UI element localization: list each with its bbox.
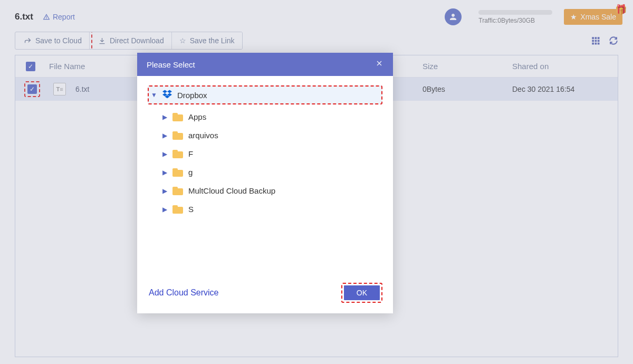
chevron-right-icon: ▶ xyxy=(162,132,167,139)
direct-download-button[interactable]: Direct Download xyxy=(91,32,172,49)
save-to-cloud-label: Save to Cloud xyxy=(35,36,82,45)
svg-rect-8 xyxy=(598,43,600,45)
chevron-right-icon: ▶ xyxy=(162,150,167,158)
refresh-icon[interactable] xyxy=(609,36,618,45)
save-link-label: Save the Link xyxy=(190,36,235,45)
close-icon[interactable] xyxy=(375,59,383,70)
row-size: 0Bytes xyxy=(423,85,512,93)
person-icon xyxy=(448,12,458,22)
folder-icon xyxy=(172,187,183,195)
tree-item-label: MultCloud Cloud Backup xyxy=(188,186,275,195)
page-title: 6.txt xyxy=(15,12,33,22)
tree-children: ▶ Apps ▶ arquivos ▶ F ▶ g ▶ xyxy=(158,108,387,218)
share-arrow-icon xyxy=(24,37,32,45)
tree-item-label: arquivos xyxy=(188,131,218,140)
chevron-right-icon: ▶ xyxy=(162,113,167,121)
modal-footer: Add Cloud Service OK xyxy=(137,276,393,313)
text-file-icon: T≡ xyxy=(53,83,66,95)
modal-body: ▼ Dropbox ▶ Apps ▶ arquivos ▶ F xyxy=(137,76,393,276)
select-all-checkbox[interactable]: ✓ xyxy=(26,62,35,71)
row-shared-on: Dec 30 2021 16:54 xyxy=(512,85,607,93)
traffic-text: Traffic:0Bytes/30GB xyxy=(478,17,552,24)
chevron-down-icon: ▼ xyxy=(151,91,157,99)
report-label: Report xyxy=(53,13,75,21)
traffic-progress-bar xyxy=(478,10,552,15)
row-filename: 6.txt xyxy=(75,85,89,93)
warning-icon xyxy=(43,13,50,21)
chevron-right-icon: ▶ xyxy=(162,206,167,213)
svg-rect-0 xyxy=(592,37,594,39)
add-cloud-service-link[interactable]: Add Cloud Service xyxy=(149,288,219,298)
direct-download-label: Direct Download xyxy=(110,36,164,45)
save-link-button[interactable]: ☆ Save the Link xyxy=(172,32,242,49)
tree-item-label: Apps xyxy=(188,112,206,121)
save-to-cloud-button[interactable]: Save to Cloud xyxy=(16,32,90,49)
avatar[interactable] xyxy=(445,8,462,25)
svg-rect-2 xyxy=(598,37,600,39)
ok-button[interactable]: OK xyxy=(344,285,380,300)
tree-item[interactable]: ▶ Apps xyxy=(158,108,387,126)
tree-item-label: F xyxy=(188,149,193,158)
gift-icon: 🎁 xyxy=(615,4,627,15)
dropbox-icon xyxy=(162,89,172,101)
tree-item-label: g xyxy=(188,168,193,177)
svg-rect-3 xyxy=(592,40,594,42)
xmas-sale-button[interactable]: ★ Xmas Sale 🎁 xyxy=(564,9,622,25)
folder-icon xyxy=(172,205,183,214)
column-header-shared[interactable]: Shared on xyxy=(512,62,607,71)
modal-title: Please Select xyxy=(147,60,195,69)
report-link[interactable]: Report xyxy=(43,13,75,21)
folder-icon xyxy=(172,168,183,177)
action-button-group: Save to Cloud Direct Download ☆ Save the… xyxy=(15,32,243,50)
tree-item[interactable]: ▶ g xyxy=(158,163,387,181)
folder-icon xyxy=(172,113,183,121)
star-outline-icon: ☆ xyxy=(179,36,186,45)
folder-icon xyxy=(172,150,183,158)
svg-rect-7 xyxy=(595,43,597,45)
action-bar: Save to Cloud Direct Download ☆ Save the… xyxy=(0,32,633,55)
modal-header: Please Select xyxy=(137,53,393,76)
star-icon: ★ xyxy=(570,13,577,21)
tree-item[interactable]: ▶ MultCloud Cloud Backup xyxy=(158,181,387,200)
select-destination-modal: Please Select ▼ Dropbox ▶ Apps ▶ arquivo… xyxy=(137,53,393,313)
column-header-size[interactable]: Size xyxy=(423,62,512,71)
tree-item[interactable]: ▶ F xyxy=(158,145,387,163)
svg-rect-1 xyxy=(595,37,597,39)
grid-view-icon[interactable] xyxy=(591,36,600,45)
download-icon xyxy=(98,37,106,45)
chevron-right-icon: ▶ xyxy=(162,169,167,176)
folder-icon xyxy=(172,131,183,140)
traffic-meter: Traffic:0Bytes/30GB xyxy=(478,10,552,24)
tree-root-dropbox[interactable]: ▼ Dropbox xyxy=(148,85,382,104)
svg-rect-5 xyxy=(598,40,600,42)
tree-item[interactable]: ▶ arquivos xyxy=(158,126,387,145)
top-header: 6.txt Report Traffic:0Bytes/30GB ★ Xmas … xyxy=(0,0,633,32)
tree-root-label: Dropbox xyxy=(177,91,207,100)
chevron-right-icon: ▶ xyxy=(162,187,167,195)
tree-item-label: S xyxy=(188,205,194,214)
highlight-annotation xyxy=(24,81,40,97)
tree-item[interactable]: ▶ S xyxy=(158,200,387,218)
xmas-label: Xmas Sale xyxy=(580,13,616,21)
svg-rect-4 xyxy=(595,40,597,42)
svg-rect-6 xyxy=(592,43,594,45)
